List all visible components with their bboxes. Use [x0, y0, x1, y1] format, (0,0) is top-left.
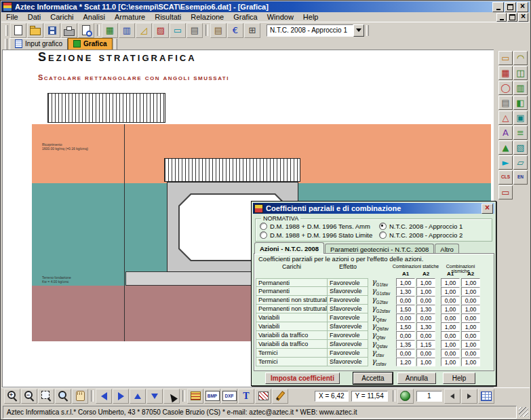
coeff-input-st_a1[interactable]: 1,50	[396, 305, 415, 313]
save-file-button[interactable]	[44, 23, 60, 38]
coeff-input-st_a2[interactable]: 0,00	[416, 296, 435, 305]
ellipse-tool-button[interactable]: ◯	[498, 81, 513, 95]
normativa-option[interactable]: D.M. 1988 + D.M. 1996 Stato Limite	[260, 231, 379, 240]
coeff-input-si_a1[interactable]: 0,00	[441, 349, 460, 358]
zoom-out-button[interactable]: −	[21, 389, 37, 404]
arch-section-tool-button[interactable]: ◠	[513, 51, 528, 65]
dialog-title-bar[interactable]: Coefficienti parziali e di combinazione	[253, 203, 494, 214]
coeff-input-st_a2[interactable]: 1,00	[416, 358, 435, 366]
title-bar[interactable]: Aztec Informatica * Scat 11.0 [C:\esempi…	[1, 1, 530, 12]
coeff-input-st_a1[interactable]: 1,50	[396, 322, 415, 331]
close-button[interactable]	[517, 2, 528, 12]
coeff-input-si_a2[interactable]: 0,00	[461, 296, 480, 305]
menu-item-analisi[interactable]: Analisi	[79, 12, 110, 22]
sheet-grid-button[interactable]	[478, 389, 494, 404]
toolbar-grip[interactable]	[5, 25, 8, 36]
stamp-tool-button[interactable]: ▭	[498, 185, 513, 199]
en-standards-button[interactable]: EN	[513, 170, 528, 185]
play-tool-button[interactable]: ►	[498, 155, 513, 170]
wall-tool-button[interactable]: ◧	[513, 96, 528, 110]
coeff-input-si_a1[interactable]: 1,00	[441, 287, 460, 296]
panel-tool-button[interactable]: ▧	[513, 140, 528, 155]
insert-text-button[interactable]: T	[238, 389, 254, 404]
menu-item-carichi[interactable]: Carichi	[45, 12, 78, 22]
osnap-button[interactable]	[397, 389, 414, 404]
coeff-input-st_a2[interactable]: 0,00	[416, 349, 435, 358]
mdi-restore-button[interactable]	[507, 13, 517, 22]
pencil-button[interactable]	[272, 389, 288, 404]
dialog-tab-altro[interactable]: Altro	[435, 244, 459, 254]
prev-view-button[interactable]	[96, 389, 112, 404]
prev-page-button[interactable]	[444, 389, 460, 404]
help-button[interactable]: Help	[443, 373, 475, 384]
coeff-input-st_a1[interactable]: 1,35	[396, 340, 415, 349]
resize-grip[interactable]	[519, 407, 528, 417]
menu-item-help[interactable]: Help	[298, 12, 323, 22]
coeff-input-st_a1[interactable]: 0,00	[396, 331, 415, 340]
euro-computo-button[interactable]: €	[227, 23, 243, 38]
select-cursor-button[interactable]	[163, 389, 180, 404]
coeff-input-st_a2[interactable]: 0,00	[416, 313, 435, 322]
menu-item-dati[interactable]: Dati	[23, 12, 46, 22]
toolbar-grip-2[interactable]	[366, 25, 369, 36]
coeff-input-st_a1[interactable]: 0,00	[396, 313, 415, 322]
menu-item-grafica[interactable]: Grafica	[229, 12, 262, 22]
steps-tool-button[interactable]: ≡	[513, 126, 528, 140]
normativa-option[interactable]: N.T.C. 2008 - Approccio 1	[379, 222, 490, 231]
coeff-input-st_a1[interactable]: 1,30	[396, 287, 415, 296]
new-file-button[interactable]	[10, 23, 26, 38]
normativa-option[interactable]: D.M. 1988 + D.M. 1996 Tens. Amm	[260, 222, 379, 231]
coeff-input-st_a1[interactable]: 1,00	[396, 278, 415, 287]
frame-tool-button[interactable]: ▣	[513, 111, 528, 125]
coeff-input-st_a1[interactable]: 0,00	[396, 349, 415, 358]
coeff-input-si_a1[interactable]: 1,00	[441, 340, 460, 349]
menu-item-window[interactable]: Window	[262, 12, 298, 22]
layers-button[interactable]	[187, 389, 203, 404]
dialog-tab-parametri-geotecnici-n-t-c-2008[interactable]: Parametri geotecnici - N.T.C. 2008	[325, 244, 434, 254]
open-file-button[interactable]	[27, 23, 43, 38]
menu-item-file[interactable]: File	[1, 12, 23, 22]
coeff-input-si_a1[interactable]: 0,00	[441, 331, 460, 340]
zoom-window-button[interactable]	[38, 389, 54, 404]
plate-tool-button[interactable]: ▤	[498, 96, 513, 110]
print-preview-button[interactable]	[78, 23, 94, 38]
coeff-input-si_a2[interactable]: 0,00	[461, 349, 480, 358]
coeff-input-si_a1[interactable]: 1,00	[441, 322, 460, 331]
text-tool-button[interactable]: A	[498, 126, 513, 140]
mdi-minimize-button[interactable]	[496, 13, 507, 22]
page-number-box[interactable]: 1	[416, 391, 442, 402]
scroll-down-button[interactable]	[146, 389, 163, 404]
normativa-combobox[interactable]: N.T.C. 2008 - Approccio 1	[267, 24, 364, 37]
coeff-input-si_a2[interactable]: 0,00	[461, 313, 480, 322]
chevron-down-icon[interactable]	[353, 24, 364, 37]
tab-grafica[interactable]: Grafica	[68, 38, 112, 50]
hatch-style-button[interactable]	[255, 389, 271, 404]
export-dxf-button[interactable]: DXF	[221, 389, 237, 404]
scroll-up-button[interactable]	[130, 389, 146, 404]
accetta-button[interactable]: Accetta	[353, 373, 393, 384]
coeff-input-si_a1[interactable]: 1,00	[441, 278, 460, 287]
coeff-input-st_a2[interactable]: 1,30	[416, 322, 435, 331]
raise-tool-button[interactable]: ▲	[498, 140, 513, 155]
tab-input-grafico[interactable]: Input grafico	[9, 38, 68, 50]
coeff-input-st_a2[interactable]: 1,15	[416, 340, 435, 349]
export-bmp-button[interactable]: BMP	[204, 389, 220, 404]
pier-tool-button[interactable]: ▱	[513, 155, 528, 170]
coeff-input-si_a1[interactable]: 1,00	[441, 358, 460, 366]
coeff-input-si_a2[interactable]: 1,00	[461, 305, 480, 313]
coeff-input-si_a2[interactable]: 1,00	[461, 358, 480, 366]
tabrow-grip[interactable]	[5, 39, 7, 50]
coeff-input-si_a2[interactable]: 1,00	[461, 340, 480, 349]
cls-materials-button[interactable]: CLS	[498, 170, 513, 185]
menu-item-relazione[interactable]: Relazione	[186, 12, 229, 22]
data-table-button[interactable]: ▦	[102, 23, 118, 38]
zoom-in-button[interactable]: +	[4, 389, 20, 404]
triangle-tool-button[interactable]: △	[498, 111, 513, 125]
imposta-coefficienti-button[interactable]: Imposta coefficienti	[265, 373, 340, 384]
coeff-input-st_a2[interactable]: 1,30	[416, 305, 435, 313]
slab-tool-button[interactable]: ▥	[513, 81, 528, 95]
dialog-tab-azioni-n-t-c-2008[interactable]: Azioni - N.T.C. 2008	[254, 242, 324, 254]
coeff-input-si_a2[interactable]: 1,00	[461, 278, 480, 287]
pan-button[interactable]	[72, 389, 88, 404]
tabrow-grip-2[interactable]	[115, 39, 117, 50]
